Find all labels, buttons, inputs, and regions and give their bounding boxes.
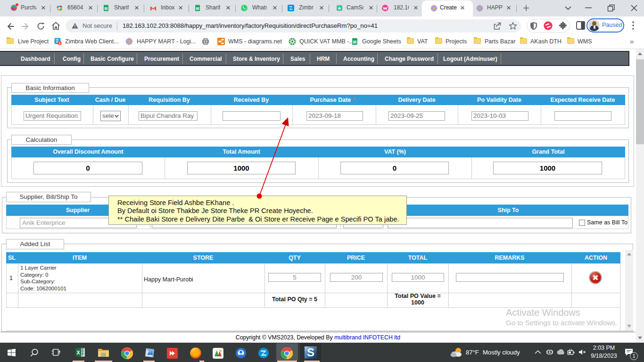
svg-text:X: X: [76, 350, 80, 355]
svg-text:1: 1: [59, 41, 61, 45]
